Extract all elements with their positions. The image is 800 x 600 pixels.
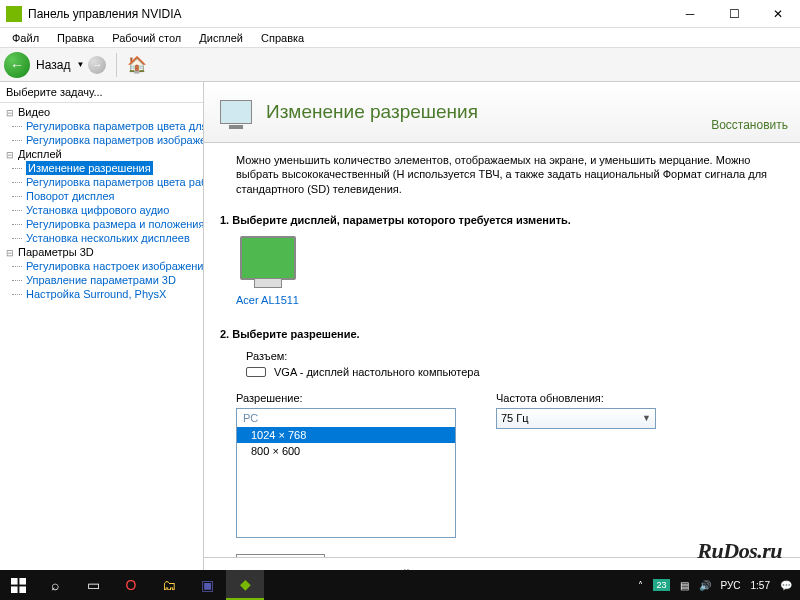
tray-badge[interactable]: 23 bbox=[653, 579, 669, 591]
svg-rect-1 bbox=[19, 578, 26, 585]
connector-label: Разъем: bbox=[246, 350, 784, 362]
connector-value: VGA - дисплей настольного компьютера bbox=[274, 366, 480, 378]
refresh-rate-select[interactable]: 75 Гц ▼ bbox=[496, 408, 656, 429]
sidebar-header: Выберите задачу... bbox=[0, 82, 203, 103]
refresh-value: 75 Гц bbox=[501, 412, 529, 424]
menu-desktop[interactable]: Рабочий стол bbox=[104, 30, 189, 46]
toolbar: ← Назад ▼ → 🏠 bbox=[0, 48, 800, 82]
minimize-button[interactable]: ─ bbox=[668, 0, 712, 28]
watermark: RuDos.ru bbox=[697, 538, 782, 564]
taskbar-app-opera[interactable]: O bbox=[112, 570, 150, 600]
tree-item-size-position[interactable]: Регулировка размера и положения рабоче bbox=[0, 217, 203, 231]
system-tray: ˄ 23 ▤ 🔊 РУС 1:57 💬 bbox=[638, 579, 800, 591]
content-header: Изменение разрешения Восстановить bbox=[204, 82, 800, 143]
titlebar: Панель управления NVIDIA ─ ☐ ✕ bbox=[0, 0, 800, 28]
tree-item-physx[interactable]: Настройка Surround, PhysX bbox=[0, 287, 203, 301]
content-panel: Изменение разрешения Восстановить Можно … bbox=[204, 82, 800, 600]
page-title: Изменение разрешения bbox=[266, 101, 711, 123]
taskbar-taskview-icon[interactable]: ▭ bbox=[74, 570, 112, 600]
monitor-icon bbox=[240, 236, 296, 280]
home-icon[interactable]: 🏠 bbox=[127, 55, 147, 74]
tree-item-video-color[interactable]: Регулировка параметров цвета для видео bbox=[0, 119, 203, 133]
tray-volume-icon[interactable]: 🔊 bbox=[699, 580, 711, 591]
tray-language[interactable]: РУС bbox=[721, 580, 741, 591]
svg-rect-2 bbox=[11, 586, 18, 593]
tree-item-digital-audio[interactable]: Установка цифрового аудио bbox=[0, 203, 203, 217]
svg-rect-3 bbox=[19, 586, 26, 593]
back-button[interactable]: ← bbox=[4, 52, 30, 78]
tree-item-rotate[interactable]: Поворот дисплея bbox=[0, 189, 203, 203]
refresh-label: Частота обновления: bbox=[496, 392, 656, 404]
forward-button[interactable]: → bbox=[88, 56, 106, 74]
nvidia-icon bbox=[6, 6, 22, 22]
tray-chevron-icon[interactable]: ˄ bbox=[638, 580, 643, 591]
taskbar-app-nvidia[interactable]: ◆ bbox=[226, 570, 264, 600]
resolution-list[interactable]: PC 1024 × 768 800 × 600 bbox=[236, 408, 456, 538]
tree-item-desktop-color[interactable]: Регулировка параметров цвета рабочего bbox=[0, 175, 203, 189]
menubar: Файл Правка Рабочий стол Дисплей Справка bbox=[0, 28, 800, 48]
tray-notifications-icon[interactable]: 💬 bbox=[780, 580, 792, 591]
vga-icon bbox=[246, 367, 266, 377]
tree-item-multi-display[interactable]: Установка нескольких дисплеев bbox=[0, 231, 203, 245]
menu-file[interactable]: Файл bbox=[4, 30, 47, 46]
page-description: Можно уменьшить количество элементов, от… bbox=[236, 153, 784, 196]
taskbar-app-explorer[interactable]: 🗂 bbox=[150, 570, 188, 600]
menu-help[interactable]: Справка bbox=[253, 30, 312, 46]
menu-edit[interactable]: Правка bbox=[49, 30, 102, 46]
step1-label: 1. Выберите дисплей, параметры которого … bbox=[220, 214, 784, 226]
step2-label: 2. Выберите разрешение. bbox=[220, 328, 784, 340]
window-title: Панель управления NVIDIA bbox=[28, 7, 668, 21]
resolution-option-800[interactable]: 800 × 600 bbox=[237, 443, 455, 459]
tree-group-video[interactable]: Видео bbox=[0, 105, 203, 119]
header-monitor-icon bbox=[216, 92, 256, 132]
tree-item-manage-3d[interactable]: Управление параметрами 3D bbox=[0, 273, 203, 287]
back-dropdown-icon[interactable]: ▼ bbox=[76, 60, 84, 69]
back-label: Назад bbox=[36, 58, 70, 72]
display-name: Acer AL1511 bbox=[236, 294, 299, 306]
tree-item-image-settings[interactable]: Регулировка настроек изображения с пр bbox=[0, 259, 203, 273]
tray-hdd-icon[interactable]: ▤ bbox=[680, 580, 689, 591]
svg-rect-0 bbox=[11, 578, 18, 585]
sidebar: Выберите задачу... Видео Регулировка пар… bbox=[0, 82, 204, 600]
restore-link[interactable]: Восстановить bbox=[711, 118, 788, 132]
tree-group-display[interactable]: Дисплей bbox=[0, 147, 203, 161]
resolution-group-header: PC bbox=[237, 409, 455, 427]
taskbar-app-teams[interactable]: ▣ bbox=[188, 570, 226, 600]
taskbar-search-icon[interactable]: ⌕ bbox=[36, 570, 74, 600]
maximize-button[interactable]: ☐ bbox=[712, 0, 756, 28]
resolution-option-1024[interactable]: 1024 × 768 bbox=[237, 427, 455, 443]
taskbar: ⌕ ▭ O 🗂 ▣ ◆ ˄ 23 ▤ 🔊 РУС 1:57 💬 bbox=[0, 570, 800, 600]
tray-clock[interactable]: 1:57 bbox=[751, 580, 770, 591]
dropdown-arrow-icon: ▼ bbox=[642, 413, 651, 423]
close-button[interactable]: ✕ bbox=[756, 0, 800, 28]
tree-item-change-resolution[interactable]: Изменение разрешения bbox=[0, 161, 203, 175]
resolution-label: Разрешение: bbox=[236, 392, 456, 404]
display-selector[interactable]: Acer AL1511 bbox=[236, 236, 299, 306]
nav-tree: Видео Регулировка параметров цвета для в… bbox=[0, 103, 203, 573]
tree-group-3d[interactable]: Параметры 3D bbox=[0, 245, 203, 259]
tree-item-video-image[interactable]: Регулировка параметров изображения для bbox=[0, 133, 203, 147]
start-button[interactable] bbox=[0, 570, 36, 600]
menu-display[interactable]: Дисплей bbox=[191, 30, 251, 46]
